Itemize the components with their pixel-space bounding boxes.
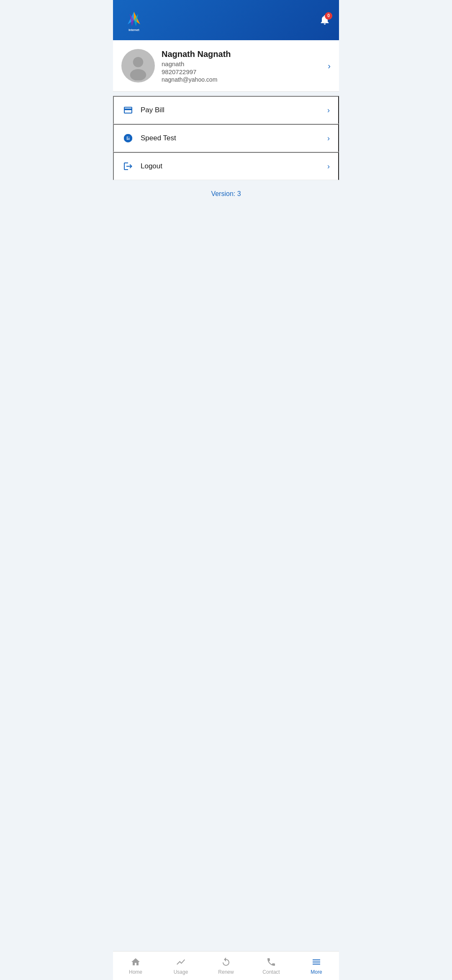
svg-point-2 bbox=[133, 57, 144, 67]
header: Internet 0 bbox=[113, 0, 339, 40]
profile-name: Nagnath Nagnath bbox=[162, 49, 321, 59]
speed-test-label: Speed Test bbox=[141, 134, 321, 142]
speed-test-chevron-icon: › bbox=[327, 134, 330, 143]
nav-usage-label: Usage bbox=[174, 969, 188, 975]
nav-usage[interactable]: Usage bbox=[158, 952, 203, 980]
nav-renew-label: Renew bbox=[218, 969, 234, 975]
credit-card-icon bbox=[122, 104, 134, 116]
nav-more[interactable]: More bbox=[294, 952, 339, 980]
menu-list: Pay Bill › Speed Test › L bbox=[113, 96, 339, 180]
logout-item[interactable]: Logout › bbox=[113, 152, 339, 180]
logo-container: Internet bbox=[121, 8, 146, 33]
nav-renew[interactable]: Renew bbox=[203, 952, 249, 980]
profile-section: Nagnath Nagnath nagnath 9820722997 nagna… bbox=[113, 40, 339, 92]
profile-info: Nagnath Nagnath nagnath 9820722997 nagna… bbox=[162, 49, 321, 83]
speedometer-icon bbox=[122, 132, 134, 144]
nav-contact[interactable]: Contact bbox=[249, 952, 294, 980]
svg-text:Internet: Internet bbox=[128, 28, 139, 31]
usage-icon bbox=[175, 957, 186, 967]
contact-icon bbox=[266, 957, 277, 967]
version-text: Version: 3 bbox=[113, 180, 339, 208]
speed-test-item[interactable]: Speed Test › bbox=[113, 124, 339, 152]
logout-icon bbox=[122, 160, 134, 172]
svg-point-3 bbox=[130, 69, 146, 80]
more-icon bbox=[311, 957, 322, 967]
profile-arrow-icon: › bbox=[328, 61, 331, 71]
notification-button[interactable]: 0 bbox=[319, 14, 331, 27]
avatar bbox=[121, 49, 155, 83]
logout-chevron-icon: › bbox=[327, 162, 330, 171]
profile-email: nagnath@yahoo.com bbox=[162, 76, 321, 83]
home-icon bbox=[130, 957, 141, 967]
profile-username: nagnath bbox=[162, 60, 321, 67]
pay-bill-item[interactable]: Pay Bill › bbox=[113, 96, 339, 124]
nav-contact-label: Contact bbox=[262, 969, 280, 975]
nav-home[interactable]: Home bbox=[113, 952, 158, 980]
logout-label: Logout bbox=[141, 162, 321, 170]
notification-badge: 0 bbox=[325, 12, 332, 20]
nav-more-label: More bbox=[311, 969, 322, 975]
nav-home-label: Home bbox=[129, 969, 142, 975]
pay-bill-chevron-icon: › bbox=[327, 106, 330, 115]
pay-bill-label: Pay Bill bbox=[141, 106, 321, 114]
bottom-nav: Home Usage Renew Contact bbox=[113, 951, 339, 980]
profile-phone: 9820722997 bbox=[162, 68, 321, 75]
monark-logo: Internet bbox=[121, 8, 146, 33]
renew-icon bbox=[221, 957, 231, 967]
